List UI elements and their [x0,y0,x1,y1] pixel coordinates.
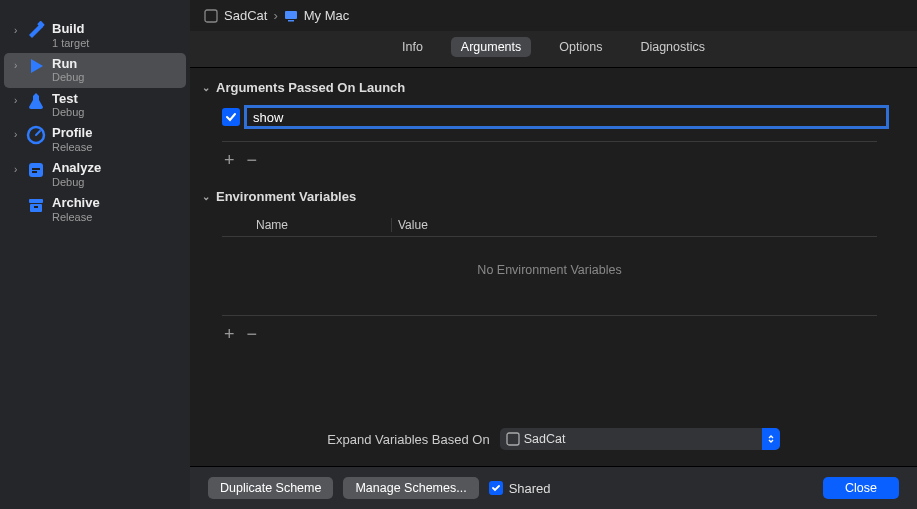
env-value-col: Value [392,218,877,232]
chevron-down-icon[interactable]: ⌄ [202,82,210,93]
sidebar-label: Test [52,91,84,107]
remove-env-button[interactable]: − [247,324,258,345]
add-argument-button[interactable]: + [224,150,235,171]
sidebar-label: Analyze [52,160,101,176]
tab-arguments[interactable]: Arguments [451,37,531,57]
sidebar-sublabel: Debug [52,106,84,119]
env-name-col: Name [252,218,392,232]
project-icon [204,9,218,23]
chevron-right-icon: › [14,164,24,175]
env-section: ⌄ Environment Variables Name Value No En… [202,189,897,345]
sidebar-label: Archive [52,195,100,211]
chevron-right-icon: › [273,8,277,23]
argument-checkbox[interactable] [222,108,240,126]
env-empty-text: No Environment Variables [202,237,897,303]
scheme-sidebar: › Build 1 target › Run Debug › [0,0,190,509]
sidebar-sublabel: Release [52,141,92,154]
scheme-tabs: Info Arguments Options Diagnostics [190,31,917,68]
expand-value: SadCat [524,432,566,446]
divider [222,141,877,142]
footer: Duplicate Scheme Manage Schemes... Share… [190,466,917,509]
run-icon [26,56,46,76]
env-title: Environment Variables [216,189,356,204]
sidebar-sublabel: Release [52,211,100,224]
archive-icon [26,195,46,215]
sidebar-item-profile[interactable]: › Profile Release [4,122,186,157]
svg-rect-11 [507,433,519,445]
close-button[interactable]: Close [823,477,899,499]
add-env-button[interactable]: + [224,324,235,345]
manage-schemes-button[interactable]: Manage Schemes... [343,477,478,499]
breadcrumb: SadCat › My Mac [190,0,917,31]
expand-label: Expand Variables Based On [327,432,489,447]
argument-row[interactable] [222,105,889,129]
profile-icon [26,125,46,145]
test-icon [26,91,46,111]
env-table-header: Name Value [222,214,877,237]
tab-diagnostics[interactable]: Diagnostics [630,37,715,57]
updown-icon [762,428,780,450]
svg-rect-10 [288,20,294,22]
expand-variables-row: Expand Variables Based On SadCat [190,414,917,466]
mac-icon [284,9,298,23]
breadcrumb-target[interactable]: My Mac [304,8,350,23]
breadcrumb-project[interactable]: SadCat [224,8,267,23]
sidebar-label: Run [52,56,84,72]
sidebar-item-archive[interactable]: › Archive Release [4,192,186,227]
sidebar-label: Build [52,21,89,37]
sidebar-sublabel: Debug [52,176,101,189]
chevron-right-icon: › [14,129,24,140]
chevron-right-icon: › [14,95,24,106]
svg-rect-8 [205,10,217,22]
shared-label: Shared [509,481,551,496]
svg-rect-5 [29,199,43,203]
svg-rect-9 [285,11,297,19]
remove-argument-button[interactable]: − [247,150,258,171]
checkmark-icon [489,481,503,495]
tab-options[interactable]: Options [549,37,612,57]
tab-info[interactable]: Info [392,37,433,57]
sidebar-item-run[interactable]: › Run Debug [4,53,186,88]
svg-rect-7 [34,206,38,208]
sidebar-sublabel: 1 target [52,37,89,50]
sidebar-item-analyze[interactable]: › Analyze Debug [4,157,186,192]
shared-checkbox[interactable]: Shared [489,481,551,496]
argument-input[interactable] [244,105,889,129]
expand-select[interactable]: SadCat [500,428,780,450]
sidebar-item-test[interactable]: › Test Debug [4,88,186,123]
chevron-right-icon: › [14,25,24,36]
duplicate-scheme-button[interactable]: Duplicate Scheme [208,477,333,499]
build-icon [26,21,46,41]
sidebar-item-build[interactable]: › Build 1 target [4,18,186,53]
sidebar-sublabel: Debug [52,71,84,84]
svg-rect-4 [32,171,37,173]
project-icon [506,432,520,446]
analyze-icon [26,160,46,180]
arguments-section: ⌄ Arguments Passed On Launch + − [202,80,897,171]
arguments-title: Arguments Passed On Launch [216,80,405,95]
svg-rect-3 [32,168,40,170]
chevron-right-icon: › [14,60,24,71]
sidebar-label: Profile [52,125,92,141]
chevron-down-icon[interactable]: ⌄ [202,191,210,202]
divider [222,315,877,316]
